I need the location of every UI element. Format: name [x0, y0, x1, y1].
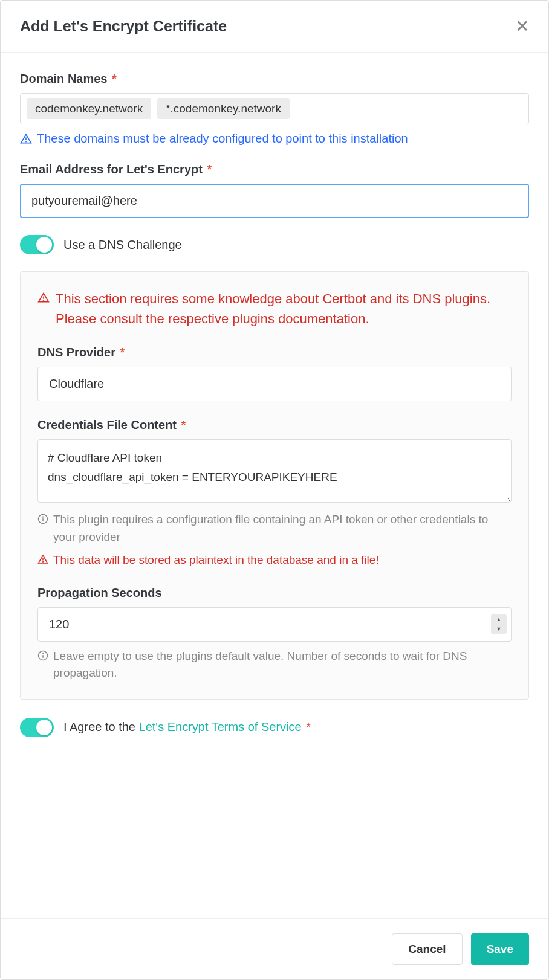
propagation-wrapper: ▲ ▼ — [37, 607, 512, 642]
email-label: Email Address for Let's Encrypt * — [20, 163, 529, 176]
svg-point-3 — [44, 300, 44, 301]
modal-body: Domain Names * codemonkey.network *.code… — [1, 53, 548, 918]
close-button[interactable]: ✕ — [515, 18, 529, 35]
cancel-button[interactable]: Cancel — [392, 933, 462, 965]
svg-point-8 — [43, 561, 44, 562]
close-icon: ✕ — [515, 17, 529, 36]
svg-point-1 — [26, 141, 27, 141]
warning-icon — [37, 292, 50, 304]
propagation-group: Propagation Seconds ▲ ▼ Leave empty — [37, 586, 512, 682]
required-asterisk: * — [181, 418, 186, 431]
propagation-label: Propagation Seconds — [37, 586, 512, 600]
info-icon — [37, 650, 48, 661]
domain-helper-text: These domains must be already configured… — [37, 132, 408, 146]
email-label-text: Email Address for Let's Encrypt — [20, 163, 203, 176]
credentials-info: This plugin requires a configuration fil… — [37, 511, 512, 546]
agree-row: I Agree to the Let's Encrypt Terms of Se… — [20, 718, 529, 737]
propagation-help: Leave empty to use the plugins default v… — [37, 648, 512, 682]
domain-chip[interactable]: *.codemonkey.network — [157, 98, 290, 119]
modal-header: Add Let's Encrypt Certificate ✕ — [1, 1, 548, 53]
email-input[interactable] — [20, 184, 529, 218]
dns-warning-text: This section requires some knowledge abo… — [56, 289, 512, 329]
toggle-knob — [36, 237, 52, 253]
credentials-warning: This data will be stored as plaintext in… — [37, 552, 512, 569]
domain-helper: These domains must be already configured… — [20, 132, 529, 146]
dns-provider-label-text: DNS Provider — [37, 346, 115, 359]
required-asterisk: * — [120, 346, 125, 359]
number-spinner[interactable]: ▲ ▼ — [491, 614, 507, 634]
propagation-help-text: Leave empty to use the plugins default v… — [53, 648, 512, 682]
propagation-label-text: Propagation Seconds — [37, 586, 162, 599]
svg-point-6 — [43, 517, 44, 517]
credentials-label: Credentials File Content * — [37, 418, 512, 432]
modal-title: Add Let's Encrypt Certificate — [20, 18, 227, 35]
toggle-knob — [36, 720, 52, 735]
dns-provider-value: Cloudflare — [49, 377, 104, 390]
dns-section: This section requires some knowledge abo… — [20, 271, 529, 700]
credentials-group: Credentials File Content * # Cloudflare … — [37, 418, 512, 569]
credentials-textarea[interactable]: # Cloudflare API token dns_cloudflare_ap… — [37, 439, 512, 503]
domain-names-label-text: Domain Names — [20, 72, 108, 85]
save-button[interactable]: Save — [471, 933, 529, 965]
required-asterisk: * — [112, 72, 117, 85]
dns-challenge-label: Use a DNS Challenge — [63, 238, 182, 252]
domain-names-input[interactable]: codemonkey.network *.codemonkey.network — [20, 93, 529, 124]
warning-icon — [20, 133, 32, 145]
info-icon — [37, 514, 48, 524]
credentials-label-text: Credentials File Content — [37, 418, 177, 431]
credentials-warning-text: This data will be stored as plaintext in… — [53, 552, 379, 569]
required-asterisk: * — [306, 720, 311, 733]
dns-challenge-toggle[interactable] — [20, 235, 54, 254]
modal-footer: Cancel Save — [1, 918, 548, 979]
agree-prefix: I Agree to the — [63, 720, 139, 733]
credentials-info-text: This plugin requires a configuration fil… — [53, 511, 512, 546]
svg-point-11 — [43, 653, 44, 654]
spinner-up-icon[interactable]: ▲ — [491, 614, 507, 624]
required-asterisk: * — [207, 163, 212, 176]
dns-provider-select[interactable]: Cloudflare — [37, 367, 512, 401]
dns-provider-label: DNS Provider * — [37, 346, 512, 359]
letsencrypt-modal: Add Let's Encrypt Certificate ✕ Domain N… — [0, 0, 549, 980]
spinner-down-icon[interactable]: ▼ — [491, 624, 507, 634]
propagation-input[interactable] — [37, 607, 512, 642]
dns-challenge-row: Use a DNS Challenge — [20, 235, 529, 254]
domain-chip[interactable]: codemonkey.network — [27, 98, 151, 119]
dns-section-warning: This section requires some knowledge abo… — [37, 289, 512, 329]
domain-names-group: Domain Names * codemonkey.network *.code… — [20, 72, 529, 146]
agree-text: I Agree to the Let's Encrypt Terms of Se… — [63, 720, 311, 734]
dns-provider-group: DNS Provider * Cloudflare — [37, 346, 512, 401]
email-group: Email Address for Let's Encrypt * — [20, 163, 529, 218]
terms-link[interactable]: Let's Encrypt Terms of Service — [139, 720, 302, 733]
agree-toggle[interactable] — [20, 718, 54, 737]
warning-icon — [37, 554, 48, 565]
domain-names-label: Domain Names * — [20, 72, 529, 86]
